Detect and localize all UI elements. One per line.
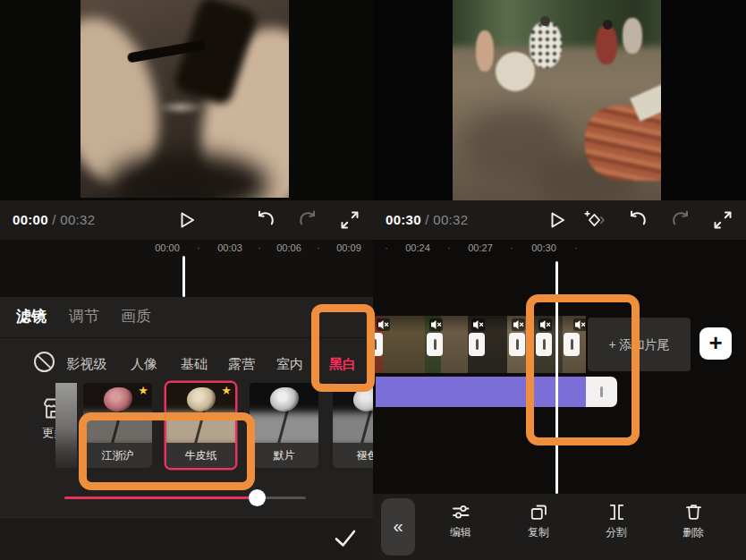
tool-label: 编辑 — [432, 525, 489, 540]
slider-fill — [64, 496, 258, 499]
preview-person — [596, 25, 617, 64]
undo-icon[interactable] — [254, 208, 277, 232]
category-basic[interactable]: 基础 — [181, 356, 208, 373]
clip-muted-icon — [377, 318, 390, 331]
panel-footer — [0, 518, 373, 560]
slider-knob[interactable] — [249, 489, 266, 506]
ruler-dot: · — [197, 242, 200, 253]
current-time: 00:00 — [13, 212, 48, 227]
confirm-check-icon[interactable] — [332, 525, 359, 552]
no-filter-icon[interactable] — [32, 350, 56, 374]
filter-name: 褪色 — [333, 443, 373, 468]
left-ruler: 00:00 · 00:03 · 00:06 · 00:09 — [0, 242, 373, 260]
left-time-display: 00:00 / 00:32 — [13, 200, 95, 240]
collapse-toolbar-button[interactable]: « — [381, 498, 415, 556]
undo-icon[interactable] — [626, 208, 649, 232]
total-time: / 00:32 — [48, 212, 95, 227]
right-video-preview[interactable] — [453, 0, 661, 201]
left-playhead — [182, 256, 185, 297]
right-time-display: 00:30 / 00:32 — [386, 200, 468, 240]
split-brackets-icon — [606, 501, 628, 523]
transition-marker[interactable] — [427, 333, 443, 356]
clip-muted-icon — [471, 318, 485, 331]
add-keyframe-icon[interactable] — [582, 208, 606, 232]
right-playback-bar: 00:30 / 00:32 — [373, 200, 746, 240]
add-clip-button[interactable]: + — [699, 327, 732, 360]
left-playback-bar: 00:00 / 00:32 — [0, 200, 373, 240]
fullscreen-icon[interactable] — [711, 208, 734, 232]
tab-quality[interactable]: 画质 — [121, 306, 151, 327]
category-camping[interactable]: 露营 — [228, 356, 255, 373]
ruler-label: 00:09 — [336, 242, 361, 253]
trash-icon — [682, 501, 705, 523]
ruler-label: 00:30 — [531, 242, 556, 253]
fullscreen-icon[interactable] — [338, 208, 361, 232]
copy-tool[interactable]: 复制 — [510, 501, 567, 540]
ruler-label: 00:00 — [155, 242, 180, 253]
annotation-box-timeline-region — [526, 294, 640, 445]
previous-filter-edge[interactable] — [55, 383, 77, 468]
ruler-dot: · — [317, 242, 320, 253]
current-time: 00:30 — [386, 212, 421, 227]
clip-muted-icon — [512, 318, 525, 331]
preview-sack — [496, 52, 535, 91]
right-editor-screen: 00:30 / 00:32 — [373, 0, 746, 560]
ruler-label: 00:06 — [276, 242, 301, 253]
filter-tile-mopian[interactable]: 默片 — [250, 383, 318, 468]
clip-toolbar: « 编辑 复制 — [373, 494, 746, 560]
ruler-dot: · — [510, 242, 513, 253]
left-timeline-ruler[interactable]: 00:00 · 00:03 · 00:06 · 00:09 — [0, 240, 373, 297]
filter-tile-tuise[interactable]: 褪色 — [333, 383, 373, 468]
preview-person — [623, 18, 642, 54]
video-editor-screen: 00:00 / 00:32 00:00 — [0, 0, 746, 560]
preview-person — [476, 30, 494, 72]
ruler-label: 00:24 — [405, 242, 430, 253]
clip-muted-icon — [429, 318, 443, 331]
tab-adjust[interactable]: 调节 — [69, 306, 99, 327]
play-icon[interactable] — [174, 208, 198, 232]
right-ruler: · 00:24 · 00:27 · 00:30 · — [373, 242, 746, 260]
redo-icon[interactable] — [669, 208, 692, 232]
split-tool[interactable]: 分割 — [588, 501, 645, 540]
favorite-star-icon: ★ — [138, 384, 148, 397]
tool-label: 分割 — [588, 525, 645, 540]
preview-person — [530, 21, 562, 68]
tab-filter[interactable]: 滤镜 — [16, 306, 47, 327]
filter-thumbnail — [250, 383, 318, 443]
edit-tool[interactable]: 编辑 — [432, 501, 489, 540]
total-time: / 00:32 — [421, 212, 468, 227]
favorite-star-icon: ★ — [221, 384, 232, 397]
play-icon[interactable] — [545, 208, 568, 232]
filter-name: 默片 — [250, 443, 318, 468]
category-indoor[interactable]: 室内 — [276, 356, 303, 373]
annotation-box-blackwhite-category — [311, 304, 375, 392]
left-video-preview[interactable] — [81, 0, 289, 198]
category-portrait[interactable]: 人像 — [131, 356, 157, 373]
ruler-dot: · — [258, 242, 261, 253]
adjust-sliders-icon — [450, 501, 472, 523]
tool-label: 删除 — [665, 525, 722, 540]
duplicate-icon — [528, 501, 550, 523]
redo-icon[interactable] — [296, 208, 319, 232]
annotation-box-filter-tiles — [79, 412, 255, 490]
tool-label: 复制 — [510, 525, 567, 540]
ruler-label: 00:27 — [468, 242, 493, 253]
ruler-label: 00:03 — [217, 242, 242, 253]
filter-intensity-slider[interactable] — [64, 495, 306, 500]
category-cinematic[interactable]: 影视级 — [67, 356, 107, 373]
transition-marker[interactable] — [509, 333, 525, 356]
filter-thumbnail — [333, 383, 373, 443]
ruler-dot: · — [385, 242, 388, 253]
delete-tool[interactable]: 删除 — [665, 501, 722, 540]
transition-marker[interactable] — [469, 333, 485, 356]
ruler-dot: · — [574, 242, 578, 253]
ruler-dot: · — [447, 242, 451, 253]
preview-dust — [157, 100, 204, 115]
